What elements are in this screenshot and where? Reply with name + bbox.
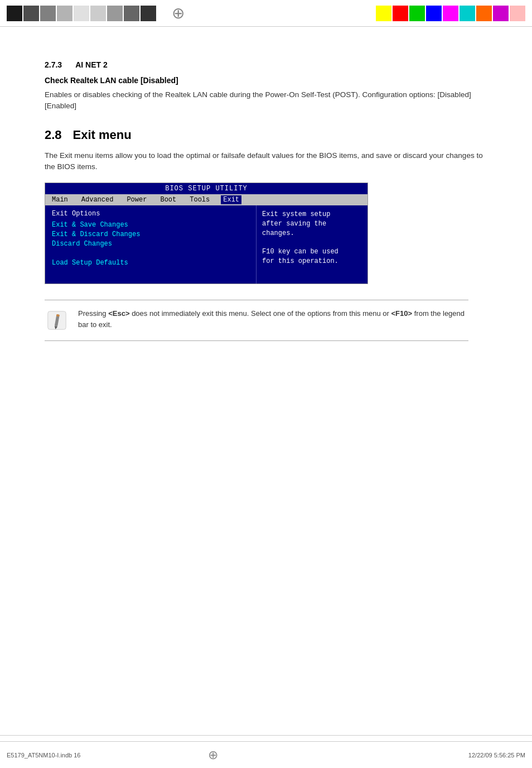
color-block: [74, 6, 89, 21]
bios-option-exit-save[interactable]: Exit & Save Changes: [52, 221, 249, 229]
bios-left-panel: Exit Options Exit & Save Changes Exit & …: [45, 205, 256, 284]
section-title-28: Exit menu: [73, 128, 132, 142]
color-block: [476, 6, 492, 21]
bios-body: Exit Options Exit & Save Changes Exit & …: [45, 205, 367, 284]
section-number-28: 2.8: [45, 128, 62, 142]
color-block: [7, 6, 22, 21]
note-icon: [45, 308, 69, 333]
bios-screen: BIOS SETUP UTILITY Main Advanced Power B…: [45, 183, 368, 284]
color-block: [426, 6, 442, 21]
esc-key-label: <Esc>: [108, 309, 129, 318]
color-strip-left: [7, 6, 156, 21]
bottom-right-text: 12/22/09 5:56:25 PM: [468, 752, 525, 759]
color-block: [443, 6, 458, 21]
pencil-icon: [47, 310, 67, 330]
color-block: [493, 6, 509, 21]
bios-menu-boot[interactable]: Boot: [158, 195, 178, 204]
top-color-bar: ⊕: [0, 0, 532, 27]
section-number-273: 2.7.3: [45, 60, 62, 69]
color-block: [40, 6, 56, 21]
bios-menu-bar: Main Advanced Power Boot Tools Exit: [45, 194, 367, 205]
main-content: 2.7.3 AI NET 2 Check Realtek LAN cable […: [0, 27, 532, 375]
bios-right-panel: Exit system setup after saving the chang…: [256, 205, 367, 284]
section-28-intro: The Exit menu items allow you to load th…: [45, 150, 487, 173]
bios-option-exit-discard[interactable]: Exit & Discard Changes: [52, 231, 249, 238]
color-block: [409, 6, 425, 21]
bios-menu-exit[interactable]: Exit: [221, 195, 241, 204]
bios-help-text: Exit system setup after saving the chang…: [262, 210, 362, 266]
bios-menu-power[interactable]: Power: [124, 195, 149, 204]
color-block: [460, 6, 475, 21]
bottom-bar: E5179_AT5NM10-I.indb 16 ⊕ 12/22/09 5:56:…: [0, 741, 532, 768]
section-273-body: Enables or disables checking of the Real…: [45, 89, 487, 112]
bios-menu-tools[interactable]: Tools: [187, 195, 212, 204]
f10-key-label: <F10>: [391, 309, 413, 318]
section-heading-28: 2.8 Exit menu: [45, 128, 487, 142]
section-heading-273: 2.7.3 AI NET 2: [45, 60, 487, 69]
section-title-273: AI NET 2: [75, 60, 108, 69]
subsection-heading: Check Realtek LAN cable [Disabled]: [45, 76, 487, 85]
color-block: [510, 6, 525, 21]
bios-menu-advanced[interactable]: Advanced: [79, 195, 116, 204]
crosshair-icon: ⊕: [172, 4, 185, 22]
color-block: [57, 6, 72, 21]
bios-menu-main[interactable]: Main: [50, 195, 70, 204]
note-box: Pressing <Esc> does not immediately exit…: [45, 300, 468, 341]
bios-title-bar: BIOS SETUP UTILITY: [45, 183, 367, 194]
color-block: [376, 6, 391, 21]
bottom-left-text: E5179_AT5NM10-I.indb 16: [7, 752, 81, 759]
color-strip-right: [376, 6, 525, 21]
bottom-crosshair-icon: ⊕: [208, 748, 218, 762]
color-block: [90, 6, 106, 21]
bios-section-label: Exit Options: [52, 210, 249, 218]
note-text: Pressing <Esc> does not immediately exit…: [78, 308, 468, 330]
section-273: 2.7.3 AI NET 2 Check Realtek LAN cable […: [45, 60, 487, 112]
bios-option-load-defaults[interactable]: Load Setup Defaults: [52, 259, 249, 267]
section-28: 2.8 Exit menu The Exit menu items allow …: [45, 128, 487, 342]
color-block: [124, 6, 139, 21]
color-block: [393, 6, 408, 21]
color-block: [141, 6, 156, 21]
bios-option-discard[interactable]: Discard Changes: [52, 240, 249, 248]
color-block: [23, 6, 39, 21]
bios-option-spacer: [52, 249, 249, 257]
color-block: [107, 6, 123, 21]
